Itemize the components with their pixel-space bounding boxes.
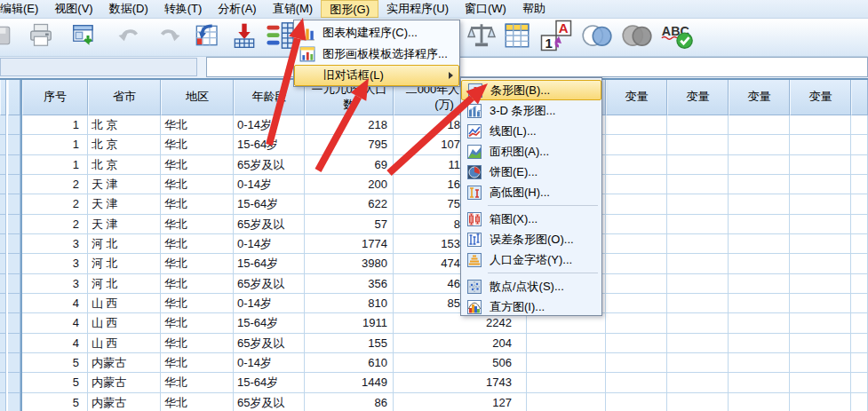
row-header-cell[interactable] [0,155,6,175]
empty-cell[interactable] [527,353,606,373]
empty-cell[interactable] [606,353,667,373]
cell-province-row2[interactable]: 北 京 [88,135,161,154]
row-header-cell[interactable] [0,353,6,373]
cell-pop2000-row13[interactable]: 506 [394,353,527,373]
legacy-dialogs-item-11[interactable]: 直方图(I)... [461,296,601,317]
menubar-item-2[interactable]: 视图(V) [46,0,100,18]
cell-age-row11[interactable]: 15-64岁 [234,313,305,333]
column-header-variable[interactable]: 变量 [667,80,729,115]
empty-cell[interactable] [790,353,851,373]
cell-seq-row10[interactable]: 4 [22,294,88,313]
cell-province-row12[interactable]: 山 西 [88,334,161,353]
row-header-cell[interactable] [8,175,20,194]
cell-age-row3[interactable]: 65岁及以 [234,155,305,175]
row-header-cell[interactable] [0,254,6,273]
legacy-dialogs-item-9[interactable]: 人口金字塔(Y)... [461,249,601,270]
cell-seq-row6[interactable]: 2 [22,215,88,234]
legacy-dialogs-item-5[interactable]: 饼图(E)... [461,162,601,182]
empty-cell[interactable] [851,393,868,411]
graphs-menu-item-3[interactable]: 旧对话框(L) [294,65,459,86]
cell-age-row10[interactable]: 0-14岁 [234,294,305,313]
graphs-menu-item-1[interactable]: 图表构建程序(C)... [294,22,459,43]
cell-age-row8[interactable]: 15-64岁 [234,254,305,273]
cell-region-row12[interactable]: 华北 [161,334,234,353]
cell-region-row3[interactable]: 华北 [161,155,234,175]
empty-cell[interactable] [790,393,851,411]
empty-cell[interactable] [527,373,606,392]
empty-cell[interactable] [729,234,790,254]
empty-cell[interactable] [790,313,851,333]
row-header-cell[interactable] [8,254,20,273]
row-header-column-corner[interactable] [0,80,6,115]
cell-province-row15[interactable]: 内蒙古 [88,393,161,411]
cell-region-row10[interactable]: 华北 [161,294,234,313]
empty-cell[interactable] [606,393,667,411]
empty-cell[interactable] [729,175,790,194]
cell-pop1990-row12[interactable]: 155 [305,334,394,353]
menubar-item-10[interactable]: 帮助 [514,0,553,18]
cell-age-row6[interactable]: 65岁及以 [234,215,305,234]
column-header-empty[interactable] [851,80,868,115]
empty-cell[interactable] [851,194,868,214]
empty-cell[interactable] [667,334,729,353]
menubar-item-8[interactable]: 实用程序(U) [378,0,457,18]
printer-button[interactable] [25,22,57,52]
cell-pop2000-row12[interactable]: 204 [394,334,527,353]
row-header-cell[interactable] [8,115,20,135]
cell-pop1990-row8[interactable]: 3980 [305,254,394,273]
empty-cell[interactable] [851,313,868,333]
empty-cell[interactable] [606,155,667,175]
empty-cell[interactable] [790,215,851,234]
cell-pop1990-row11[interactable]: 1911 [305,313,394,333]
cell-region-row1[interactable]: 华北 [161,115,234,135]
cell-pop1990-row7[interactable]: 1774 [305,234,394,254]
empty-cell[interactable] [851,254,868,273]
row-header-cell[interactable] [0,294,6,313]
empty-cell[interactable] [667,353,729,373]
empty-cell[interactable] [667,393,729,411]
legacy-dialogs-item-6[interactable]: 高低图(H)... [461,182,601,202]
cell-age-row2[interactable]: 15-64岁 [234,135,305,154]
recall-dialogs-button[interactable] [68,22,100,52]
row-header-cell[interactable] [0,115,6,135]
legacy-dialogs-item-1[interactable]: 条形图(B)... [461,80,601,100]
redo-button[interactable] [153,22,185,52]
cell-seq-row8[interactable]: 3 [22,254,88,273]
column-header-seq[interactable]: 序号 [22,80,88,115]
cell-province-row13[interactable]: 内蒙古 [88,353,161,373]
empty-cell[interactable] [790,234,851,254]
empty-cell[interactable] [606,254,667,273]
cell-province-row3[interactable]: 北 京 [88,155,161,175]
empty-cell[interactable] [790,373,851,392]
empty-cell[interactable] [667,234,729,254]
column-header-variable[interactable]: 变量 [790,80,851,115]
show-all-variables-button[interactable] [621,22,653,52]
empty-cell[interactable] [790,175,851,194]
cell-province-row10[interactable]: 山 西 [88,294,161,313]
empty-cell[interactable] [667,294,729,313]
cell-pop1990-row13[interactable]: 610 [305,353,394,373]
empty-cell[interactable] [729,115,790,135]
empty-cell[interactable] [606,215,667,234]
empty-cell[interactable] [606,294,667,313]
empty-cell[interactable] [790,254,851,273]
column-header-variable[interactable]: 变量 [729,80,790,115]
empty-cell[interactable] [729,393,790,411]
cell-pop1990-row9[interactable]: 356 [305,274,394,294]
row-header-cell[interactable] [8,313,20,333]
cell-province-row1[interactable]: 北 京 [88,115,161,135]
cell-seq-row9[interactable]: 3 [22,274,88,294]
cell-seq-row11[interactable]: 4 [22,313,88,333]
empty-cell[interactable] [851,373,868,392]
cell-seq-row3[interactable]: 1 [22,155,88,175]
cell-seq-row4[interactable]: 2 [22,175,88,194]
empty-cell[interactable] [606,135,667,154]
cell-region-row11[interactable]: 华北 [161,313,234,333]
row-header-cell[interactable] [8,353,20,373]
menubar-item-4[interactable]: 转换(T) [156,0,211,18]
cell-province-row11[interactable]: 山 西 [88,313,161,333]
graphs-menu-item-2[interactable]: 图形画板模板选择程序... [294,43,459,65]
empty-cell[interactable] [606,115,667,135]
row-header-cell[interactable] [0,274,6,294]
cell-region-row7[interactable]: 华北 [161,234,234,254]
